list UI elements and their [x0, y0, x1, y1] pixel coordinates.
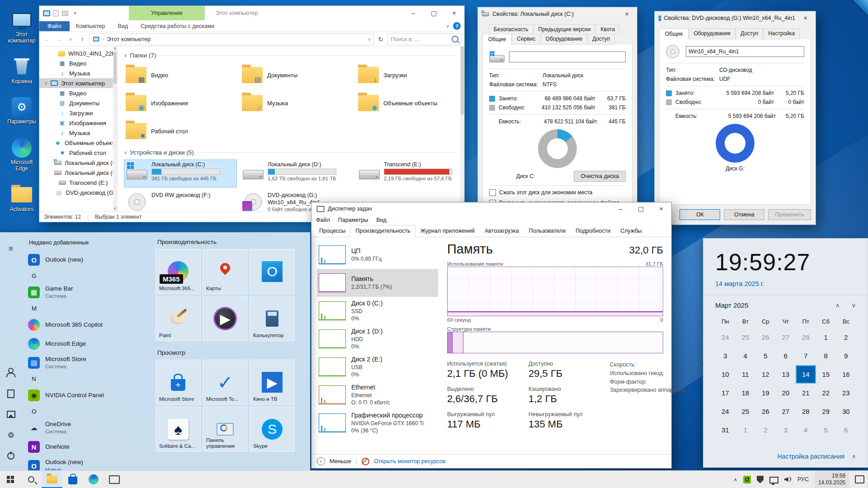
- tree-item[interactable]: Изображения: [39, 118, 117, 128]
- nvidia-tray-icon[interactable]: [743, 476, 751, 483]
- app-list-item[interactable]: G: [28, 269, 151, 283]
- calendar-day[interactable]: 23: [836, 384, 856, 402]
- calendar-day[interactable]: 29: [816, 402, 836, 421]
- calendar-day[interactable]: 13: [776, 365, 796, 384]
- drive-tile[interactable]: Transcend (E:) 2,19 ГБ свободно из 57,6 …: [356, 160, 464, 188]
- calendar-day[interactable]: 12: [755, 365, 776, 384]
- property-tab[interactable]: Настройка: [763, 28, 800, 39]
- taskbar-task-manager[interactable]: [104, 471, 125, 488]
- settings-gear-icon[interactable]: ⚙: [6, 430, 16, 440]
- calendar-day[interactable]: 28: [796, 402, 816, 421]
- calendar-day[interactable]: 4: [796, 421, 816, 439]
- collapse-group-icon[interactable]: ∨: [124, 150, 127, 155]
- tile-group-title[interactable]: Просмотр: [157, 349, 306, 356]
- calendar-day[interactable]: 28: [796, 328, 816, 347]
- calendar-day[interactable]: 17: [715, 384, 736, 402]
- property-tab[interactable]: Общие: [659, 28, 689, 39]
- property-tab[interactable]: Сервис: [512, 34, 540, 45]
- calendar-day[interactable]: 25: [736, 402, 756, 421]
- property-tab[interactable]: Оборудование: [689, 28, 736, 39]
- calendar-day[interactable]: 26: [755, 328, 776, 347]
- user-icon[interactable]: [6, 368, 16, 378]
- tree-item[interactable]: Музыка: [39, 68, 117, 78]
- tree-item[interactable]: Transcend (E:): [39, 178, 117, 188]
- forward-icon[interactable]: →: [54, 36, 64, 43]
- calendar-day[interactable]: 24: [715, 402, 736, 421]
- properties-icon[interactable]: ✓: [53, 10, 59, 16]
- recent-locations-icon[interactable]: ∨: [66, 37, 75, 42]
- security-shield-icon[interactable]: [757, 476, 764, 483]
- tab[interactable]: Подробности: [571, 225, 615, 237]
- ribbon-collapse-icon[interactable]: ∨: [446, 23, 449, 28]
- collapse-group-icon[interactable]: ∨: [124, 53, 127, 58]
- close-button[interactable]: ×: [444, 6, 464, 20]
- minimize-button[interactable]: –: [610, 202, 631, 215]
- maximize-button[interactable]: ▢: [631, 202, 651, 215]
- start-tile[interactable]: ♠ Solitaire & Ca...: [156, 407, 201, 452]
- prev-month-icon[interactable]: ∧: [835, 302, 840, 309]
- expand-chevron-icon[interactable]: ∨: [45, 81, 49, 85]
- calendar-day[interactable]: 21: [796, 384, 816, 402]
- compress-checkbox[interactable]: Сжать этот диск для экономии места: [489, 189, 626, 197]
- tile-group-title[interactable]: Производительность: [157, 239, 306, 245]
- documents-icon[interactable]: [6, 389, 16, 399]
- tab[interactable]: Производительность: [350, 225, 415, 237]
- ribbon-tab[interactable]: Компьютер: [70, 22, 112, 31]
- less-details-button[interactable]: Меньше: [330, 458, 351, 465]
- calendar-day[interactable]: 2: [836, 328, 856, 347]
- perf-sidebar-item[interactable]: Диск 1 (D:) HDD 0%: [317, 325, 438, 353]
- calendar-day[interactable]: 18: [736, 384, 756, 402]
- calendar-day[interactable]: 24: [715, 328, 736, 347]
- property-tab[interactable]: Доступ: [587, 34, 615, 45]
- desktop-icon[interactable]: Корзина: [4, 57, 40, 85]
- menu-item[interactable]: Файл: [316, 217, 330, 223]
- hidden-icons-chevron[interactable]: ∧: [734, 477, 737, 483]
- tab[interactable]: Службы: [615, 225, 646, 237]
- folder-tile[interactable]: ▦ Видео: [124, 62, 237, 88]
- property-tab[interactable]: Безопасность: [489, 24, 533, 34]
- app-list-item[interactable]: ☁ OneDrive Система: [28, 418, 151, 437]
- calendar-day[interactable]: 3: [715, 347, 736, 365]
- breadcrumb[interactable]: Этот компьютер: [107, 36, 151, 42]
- app-list-item[interactable]: Microsoft Edge: [28, 334, 151, 353]
- tree-item[interactable]: Видео: [39, 58, 117, 68]
- tree-item[interactable]: Локальный диск (D:): [39, 168, 117, 178]
- new-folder-icon[interactable]: [61, 10, 69, 16]
- perf-sidebar-item[interactable]: Графический процессор NVIDIA GeForce GTX…: [317, 409, 438, 437]
- explorer-titlebar[interactable]: ✓ ▾ Управление Этот компьютер – ▢ ×: [39, 6, 464, 20]
- start-tile[interactable]: ✓ Microsoft To...: [203, 360, 248, 405]
- minimize-button[interactable]: –: [403, 6, 424, 20]
- calendar-day[interactable]: 6: [776, 347, 796, 365]
- calendar-day[interactable]: 11: [736, 365, 756, 384]
- network-icon[interactable]: [769, 477, 778, 483]
- folder-tile[interactable]: ▤ Документы: [240, 62, 353, 88]
- customize-qat-icon[interactable]: ▾: [71, 10, 79, 16]
- calendar-day[interactable]: 20: [776, 384, 796, 402]
- dialog-titlebar[interactable]: Свойства: DVD-дисковод (G:) Win10_x64_Ru…: [655, 11, 816, 25]
- menu-item[interactable]: Параметры: [338, 217, 368, 223]
- calendar-day[interactable]: 9: [836, 347, 856, 365]
- calendar-day[interactable]: 27: [776, 402, 796, 421]
- property-tab[interactable]: Квота: [595, 24, 620, 34]
- calendar-day[interactable]: 7: [796, 347, 816, 365]
- collapse-agenda-icon[interactable]: ∧: [852, 453, 856, 460]
- calendar-day[interactable]: 14: [796, 365, 816, 384]
- ribbon-tab[interactable]: Файл: [39, 21, 70, 31]
- drive-tile[interactable]: DVD RW дисковод (F:): [124, 190, 237, 211]
- corner-shortcut-icon[interactable]: [844, 0, 868, 24]
- perf-sidebar-item[interactable]: ЦП 0% 0,65 ГГц: [317, 241, 438, 269]
- perf-sidebar-item[interactable]: Ethernet Ethernet О: 0 П: 0 кбит/с: [317, 381, 438, 409]
- tree-item[interactable]: Документы: [39, 98, 117, 108]
- tab[interactable]: Автозагрузка: [480, 225, 524, 237]
- desktop-icon[interactable]: ⚙ Параметры: [4, 97, 40, 125]
- taskbar-clock[interactable]: 19:59 14.03.2025: [815, 471, 849, 488]
- close-button[interactable]: ×: [651, 202, 671, 215]
- calendar-day[interactable]: 19: [755, 384, 776, 402]
- start-tile[interactable]: ▶: [203, 296, 248, 341]
- property-tab[interactable]: Предыдущие версии: [533, 24, 596, 34]
- start-tile[interactable]: Paint: [156, 296, 201, 341]
- ok-button[interactable]: ОК: [679, 209, 720, 220]
- language-indicator[interactable]: РУС: [797, 476, 809, 483]
- menu-icon[interactable]: ≡: [6, 244, 16, 254]
- app-list-item[interactable]: Microsoft 365 Copilot: [28, 315, 151, 334]
